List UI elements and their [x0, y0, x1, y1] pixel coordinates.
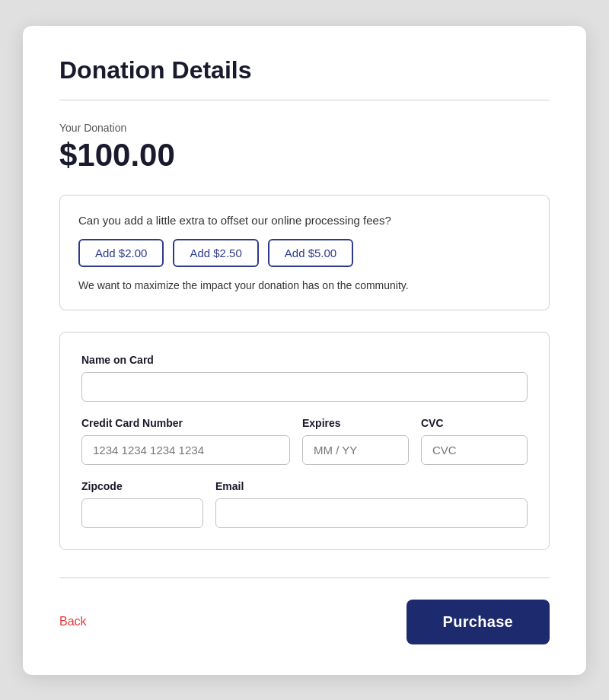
name-on-card-group: Name on Card: [81, 354, 528, 402]
credit-card-input[interactable]: [81, 435, 290, 465]
fee-section: Can you add a little extra to offset our…: [59, 195, 550, 310]
zipcode-label: Zipcode: [81, 480, 203, 492]
cc-row: Credit Card Number Expires CVC: [81, 417, 528, 465]
purchase-button[interactable]: Purchase: [407, 600, 550, 644]
expires-label: Expires: [302, 417, 409, 429]
expires-group: Expires: [302, 417, 409, 465]
title-divider: [59, 100, 550, 100]
add-fee-btn-2[interactable]: Add $2.50: [173, 239, 258, 267]
email-group: Email: [215, 480, 528, 528]
zipcode-input[interactable]: [81, 498, 203, 528]
back-button[interactable]: Back: [59, 615, 87, 628]
footer-divider: [59, 578, 550, 578]
name-on-card-label: Name on Card: [81, 354, 528, 366]
footer: Back Purchase: [59, 600, 550, 644]
cvc-input[interactable]: [421, 435, 528, 465]
fee-note: We want to maximize the impact your dona…: [78, 279, 531, 291]
zipcode-group: Zipcode: [81, 480, 203, 528]
page-title: Donation Details: [59, 56, 550, 84]
email-input[interactable]: [215, 498, 528, 528]
donation-label: Your Donation: [59, 122, 550, 134]
expires-input[interactable]: [302, 435, 409, 465]
zip-email-row: Zipcode Email: [81, 480, 528, 528]
fee-buttons-group: Add $2.00 Add $2.50 Add $5.00: [78, 239, 531, 267]
donation-details-card: Donation Details Your Donation $100.00 C…: [23, 26, 586, 675]
credit-card-group: Credit Card Number: [81, 417, 290, 465]
cvc-group: CVC: [421, 417, 528, 465]
name-on-card-input[interactable]: [81, 372, 528, 402]
add-fee-btn-1[interactable]: Add $2.00: [78, 239, 164, 267]
payment-section: Name on Card Credit Card Number Expires …: [59, 332, 550, 550]
cvc-label: CVC: [421, 417, 528, 429]
email-label: Email: [215, 480, 528, 492]
donation-amount: $100.00: [59, 137, 550, 173]
fee-question: Can you add a little extra to offset our…: [78, 214, 531, 227]
add-fee-btn-3[interactable]: Add $5.00: [268, 239, 353, 267]
credit-card-label: Credit Card Number: [81, 417, 290, 429]
